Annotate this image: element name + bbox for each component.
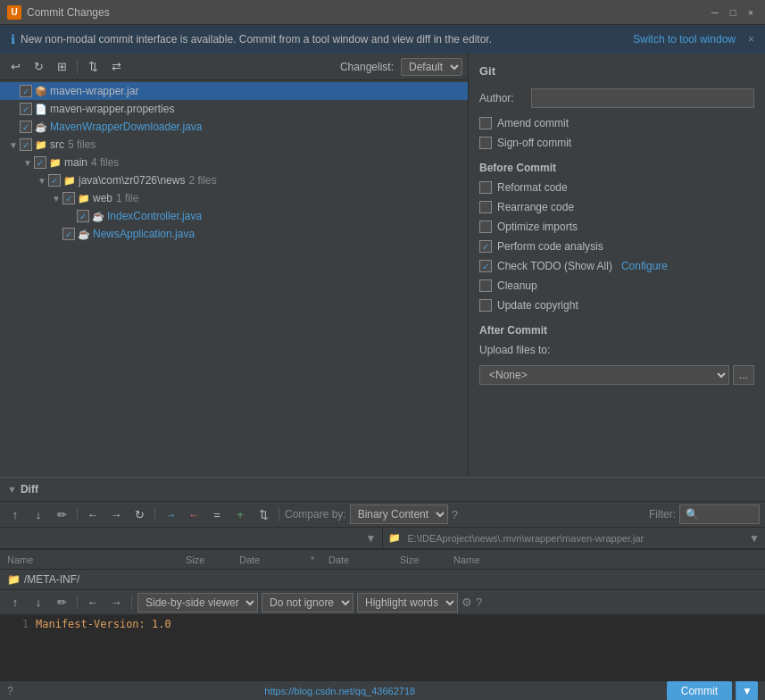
diff-down-button[interactable]: ↓ <box>29 504 48 524</box>
maximize-button[interactable]: □ <box>726 5 740 20</box>
check-todo-checkbox[interactable] <box>479 260 492 272</box>
close-button[interactable]: × <box>744 5 758 20</box>
move-button[interactable]: ⇄ <box>106 57 126 77</box>
diff-plus-button[interactable]: + <box>230 504 250 524</box>
highlight-dropdown[interactable]: Highlight words <box>357 593 458 612</box>
diff-edit-button[interactable]: ✏ <box>52 504 71 524</box>
file-tree: ✓ 📦 maven-wrapper.jar ✓ 📄 maven-wrapper.… <box>0 80 468 538</box>
upload-dropdown[interactable]: <None> <box>479 365 729 385</box>
blog-link[interactable]: https://blog.csdn.net/qq_43662718 <box>264 686 415 696</box>
java-icon: ☕ <box>78 229 90 240</box>
tree-item-main[interactable]: ▼ ✓ 📁 main 4 files <box>0 154 468 171</box>
refresh-button[interactable]: ↻ <box>29 57 48 77</box>
diff-folder-row[interactable]: 📁 /META-INF/ <box>0 570 765 589</box>
perform-code-analysis-checkbox[interactable] <box>479 240 492 253</box>
tree-collapse-arrow[interactable]: ▼ <box>50 194 62 204</box>
file-checkbox[interactable]: ✓ <box>77 210 89 222</box>
commit-button[interactable]: Commit <box>667 681 732 701</box>
update-copyright-checkbox[interactable] <box>479 299 492 312</box>
diff-equal-button[interactable]: = <box>207 504 227 524</box>
amend-commit-checkbox[interactable] <box>479 117 492 129</box>
reformat-code-checkbox[interactable] <box>479 181 492 194</box>
filter-label: Filter: <box>649 508 676 521</box>
diff-next-button[interactable]: → <box>106 504 126 524</box>
perform-code-analysis-label: Perform code analysis <box>497 240 603 253</box>
viewer-edit-button[interactable]: ✏ <box>52 593 71 612</box>
changelist-dropdown[interactable]: Default <box>401 58 462 76</box>
diff-move-button[interactable]: ⇅ <box>254 504 273 524</box>
diff-up-button[interactable]: ↑ <box>5 504 25 524</box>
window-controls: ─ □ × <box>708 5 758 20</box>
tree-collapse-arrow[interactable]: ▼ <box>21 158 34 168</box>
diff-left-path-btn[interactable]: ▼ <box>366 532 377 545</box>
window-title: Commit Changes <box>27 6 703 19</box>
diff-prev-button[interactable]: ← <box>83 504 103 524</box>
tree-collapse-arrow[interactable]: ▼ <box>7 140 20 150</box>
commit-dropdown-button[interactable]: ▼ <box>736 681 758 701</box>
cleanup-row: Cleanup <box>479 279 754 292</box>
changelist-label: Changelist: <box>340 61 394 73</box>
cleanup-checkbox[interactable] <box>479 279 492 292</box>
viewer-prev-button[interactable]: ← <box>83 593 103 612</box>
tree-collapse-arrow[interactable]: ▼ <box>36 176 48 186</box>
tree-item-news[interactable]: ▼ ✓ 📁 java\com\zr0726\news 2 files <box>0 171 468 189</box>
switch-to-tool-window-link[interactable]: Switch to tool window <box>633 33 736 46</box>
tree-item-src[interactable]: ▼ ✓ 📁 src 5 files <box>0 136 468 154</box>
rearrange-code-checkbox[interactable] <box>479 201 492 213</box>
viewer-up-button[interactable]: ↑ <box>5 593 25 612</box>
diff-refresh-button[interactable]: ↻ <box>129 504 149 524</box>
reformat-code-row: Reformat code <box>479 181 754 194</box>
compare-dropdown[interactable]: Binary Content <box>350 504 448 524</box>
tree-item-index-controller[interactable]: ✓ ☕ IndexController.java <box>0 207 468 225</box>
minimize-button[interactable]: ─ <box>708 5 722 20</box>
file-label: maven-wrapper.jar <box>50 85 138 97</box>
diff-path-bars: ▼ 📁 E:\IDEAproject\news\.mvn\wrapper\mav… <box>0 528 765 550</box>
diff-remove-button[interactable]: ← <box>184 504 204 524</box>
folder-name: /META-INF/ <box>24 573 79 586</box>
configure-link[interactable]: Configure <box>621 260 668 272</box>
viewer-next-button[interactable]: → <box>106 593 126 612</box>
author-input[interactable] <box>531 88 754 108</box>
folder-label: java\com\zr0726\news <box>79 174 185 187</box>
folder-checkbox[interactable]: ✓ <box>20 138 32 151</box>
banner-close-button[interactable]: × <box>748 33 754 46</box>
filter-input[interactable] <box>679 504 760 524</box>
compare-help-button[interactable]: ? <box>452 508 458 521</box>
tree-item-maven-wrapper-properties[interactable]: ✓ 📄 maven-wrapper.properties <box>0 100 468 118</box>
tree-item-maven-wrapper-jar[interactable]: ✓ 📦 maven-wrapper.jar <box>0 82 468 100</box>
viewer-down-button[interactable]: ↓ <box>29 593 48 612</box>
diff-header[interactable]: ▼ Diff <box>0 478 765 501</box>
sort-button[interactable]: ⇅ <box>83 57 103 77</box>
help-button[interactable]: ? <box>7 685 13 697</box>
folder-checkbox[interactable]: ✓ <box>48 174 61 187</box>
tree-item-news-application[interactable]: ✓ ☕ NewsApplication.java <box>0 225 468 243</box>
viewer-help-button[interactable]: ? <box>476 596 482 609</box>
file-checkbox[interactable]: ✓ <box>20 121 32 133</box>
file-checkbox[interactable]: ✓ <box>20 103 32 115</box>
folder-icon: 📁 <box>7 573 21 586</box>
back-button[interactable]: ↩ <box>5 57 25 77</box>
file-checkbox[interactable]: ✓ <box>20 85 32 97</box>
settings-gear-button[interactable]: ⚙ <box>461 596 472 609</box>
folder-checkbox[interactable]: ✓ <box>34 156 46 169</box>
file-checkbox[interactable]: ✓ <box>62 228 75 240</box>
perform-code-analysis-row: Perform code analysis <box>479 240 754 253</box>
browse-button[interactable]: ... <box>733 365 754 385</box>
tree-item-web[interactable]: ▼ ✓ 📁 web 1 file <box>0 189 468 207</box>
optimize-imports-row: Optimize imports <box>479 221 754 233</box>
col-date2: Date <box>328 554 400 565</box>
bottom-status-bar: ? https://blog.csdn.net/qq_43662718 Comm… <box>0 680 765 700</box>
ignore-dropdown[interactable]: Do not ignore <box>262 593 353 612</box>
folder-checkbox[interactable]: ✓ <box>62 192 75 204</box>
sign-off-commit-checkbox[interactable] <box>479 137 492 149</box>
diff-right-path-btn[interactable]: ▼ <box>749 532 760 545</box>
diff-add-button[interactable]: → <box>161 504 180 524</box>
files-toolbar: ↩ ↻ ⊞ ⇅ ⇄ Changelist: Default <box>0 54 468 80</box>
tree-item-maven-wrapper-downloader[interactable]: ✓ ☕ MavenWrapperDownloader.java <box>0 118 468 136</box>
folder-label: web <box>93 192 112 204</box>
layout-dropdown[interactable]: Side-by-side viewer <box>137 593 258 612</box>
author-row: Author: <box>479 88 754 108</box>
folder-icon: 📁 <box>388 532 401 544</box>
group-button[interactable]: ⊞ <box>52 57 71 77</box>
optimize-imports-checkbox[interactable] <box>479 221 492 233</box>
